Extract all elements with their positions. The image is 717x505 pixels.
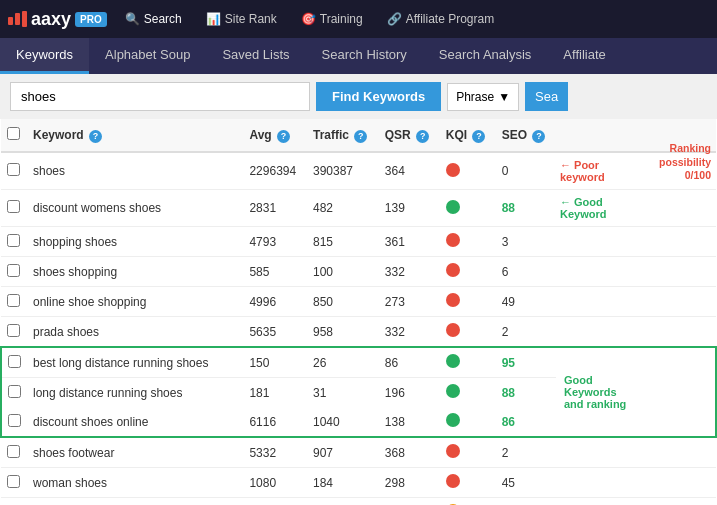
kqi-dot xyxy=(446,474,460,488)
table-row: woman shoes 1080 184 298 45 xyxy=(1,468,716,498)
row-qsr: 138 xyxy=(379,407,440,437)
kqi-dot xyxy=(446,200,460,214)
row-checkbox[interactable] xyxy=(8,385,21,398)
top-nav-search[interactable]: 🔍 Search xyxy=(115,6,192,32)
row-checkbox-cell[interactable] xyxy=(1,227,27,257)
row-traffic: 31 xyxy=(307,378,379,408)
row-qsr: 217 xyxy=(379,498,440,506)
row-qsr: 364 xyxy=(379,152,440,190)
traffic-help-icon[interactable]: ? xyxy=(354,130,367,143)
table-container: Keyword ? Avg ? Traffic ? QSR ? xyxy=(0,119,717,505)
row-traffic: 482 xyxy=(307,190,379,227)
row-checkbox[interactable] xyxy=(7,445,20,458)
row-annotation: ← Poorkeyword xyxy=(556,152,716,190)
row-checkbox-cell[interactable] xyxy=(1,317,27,348)
nav-search-history[interactable]: Search History xyxy=(306,38,423,74)
row-checkbox[interactable] xyxy=(7,475,20,488)
row-checkbox-cell[interactable] xyxy=(1,347,27,378)
keyword-help-icon[interactable]: ? xyxy=(89,130,102,143)
row-checkbox-cell[interactable] xyxy=(1,190,27,227)
phrase-label: Phrase xyxy=(456,90,494,104)
nav-saved-lists[interactable]: Saved Lists xyxy=(206,38,305,74)
row-kqi xyxy=(440,437,496,468)
row-checkbox-cell[interactable] xyxy=(1,152,27,190)
row-kqi xyxy=(440,287,496,317)
row-checkbox[interactable] xyxy=(8,355,21,368)
row-avg: 585 xyxy=(243,257,307,287)
row-keyword: online shoe shopping xyxy=(27,287,243,317)
table-body: shoes 2296394 390387 364 0 ← Poorkeyword… xyxy=(1,152,716,505)
nav-search-analysis[interactable]: Search Analysis xyxy=(423,38,548,74)
row-traffic: 815 xyxy=(307,227,379,257)
top-nav-search-label: Search xyxy=(144,12,182,26)
row-keyword: shopping shoes xyxy=(27,227,243,257)
row-checkbox-cell[interactable] xyxy=(1,257,27,287)
row-checkbox-cell[interactable] xyxy=(1,468,27,498)
nav-alphabet-soup[interactable]: Alphabet Soup xyxy=(89,38,206,74)
select-all-checkbox[interactable] xyxy=(7,127,20,140)
header-annotation xyxy=(556,119,716,152)
row-qsr: 196 xyxy=(379,378,440,408)
row-checkbox-cell[interactable] xyxy=(1,498,27,506)
row-kqi xyxy=(440,317,496,348)
top-nav: aaxy PRO 🔍 Search 📊 Site Rank 🎯 Training… xyxy=(0,0,717,38)
qsr-help-icon[interactable]: ? xyxy=(416,130,429,143)
table-wrapper: Keyword ? Avg ? Traffic ? QSR ? xyxy=(0,119,717,505)
seo-help-icon[interactable]: ? xyxy=(532,130,545,143)
row-traffic: 100 xyxy=(307,257,379,287)
row-keyword: best long distance running shoes xyxy=(27,347,243,378)
row-traffic: 907 xyxy=(307,437,379,468)
kqi-help-icon[interactable]: ? xyxy=(472,130,485,143)
training-nav-icon: 🎯 xyxy=(301,12,316,26)
row-checkbox[interactable] xyxy=(7,163,20,176)
top-nav-affiliate[interactable]: 🔗 Affiliate Program xyxy=(377,6,504,32)
row-annotation-empty xyxy=(556,437,716,468)
row-annotation-empty xyxy=(556,227,716,257)
row-avg: 181 xyxy=(243,378,307,408)
row-qsr: 298 xyxy=(379,468,440,498)
row-avg: 2831 xyxy=(243,190,307,227)
row-avg: 1080 xyxy=(243,468,307,498)
logo-bar-3 xyxy=(22,11,27,27)
row-kqi xyxy=(440,468,496,498)
phrase-dropdown[interactable]: Phrase ▼ xyxy=(447,83,519,111)
row-checkbox-cell[interactable] xyxy=(1,407,27,437)
sea-button[interactable]: Sea xyxy=(525,82,568,111)
top-nav-items: 🔍 Search 📊 Site Rank 🎯 Training 🔗 Affili… xyxy=(115,6,709,32)
search-nav-icon: 🔍 xyxy=(125,12,140,26)
row-kqi xyxy=(440,227,496,257)
row-keyword: shoe boots xyxy=(27,498,243,506)
row-keyword: woman shoes xyxy=(27,468,243,498)
row-avg: 2296394 xyxy=(243,152,307,190)
row-checkbox[interactable] xyxy=(8,414,21,427)
row-checkbox[interactable] xyxy=(7,234,20,247)
row-qsr: 139 xyxy=(379,190,440,227)
row-seo: 3 xyxy=(496,227,556,257)
row-checkbox[interactable] xyxy=(7,324,20,337)
row-annotation-empty xyxy=(556,468,716,498)
header-avg: Avg ? xyxy=(243,119,307,152)
row-checkbox-cell[interactable] xyxy=(1,437,27,468)
dropdown-arrow-icon: ▼ xyxy=(498,90,510,104)
nav-affiliate[interactable]: Affiliate xyxy=(547,38,621,74)
row-checkbox[interactable] xyxy=(7,200,20,213)
row-checkbox[interactable] xyxy=(7,294,20,307)
search-input[interactable] xyxy=(10,82,310,111)
row-checkbox[interactable] xyxy=(7,264,20,277)
nav-keywords[interactable]: Keywords xyxy=(0,38,89,74)
header-kqi: KQI ? xyxy=(440,119,496,152)
avg-help-icon[interactable]: ? xyxy=(277,130,290,143)
header-checkbox[interactable] xyxy=(1,119,27,152)
header-qsr: QSR ? xyxy=(379,119,440,152)
row-kqi xyxy=(440,498,496,506)
row-annotation-empty xyxy=(556,287,716,317)
pro-badge: PRO xyxy=(75,12,107,27)
row-qsr: 332 xyxy=(379,317,440,348)
row-checkbox-cell[interactable] xyxy=(1,287,27,317)
table-row: shopping shoes 4793 815 361 3 xyxy=(1,227,716,257)
row-checkbox-cell[interactable] xyxy=(1,378,27,408)
find-keywords-button[interactable]: Find Keywords xyxy=(316,82,441,111)
top-nav-training[interactable]: 🎯 Training xyxy=(291,6,373,32)
top-nav-siterank[interactable]: 📊 Site Rank xyxy=(196,6,287,32)
siterank-nav-icon: 📊 xyxy=(206,12,221,26)
